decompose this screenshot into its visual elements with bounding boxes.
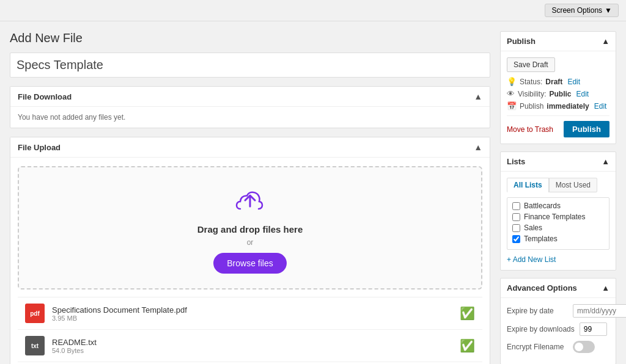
sales-checkbox[interactable] <box>512 224 520 232</box>
file-info: README.txt 54.0 Bytes <box>52 338 452 354</box>
publish-edit-link[interactable]: Edit <box>594 102 607 111</box>
expire-downloads-row: Expire by downloads <box>507 322 609 336</box>
upload-icon <box>31 186 469 219</box>
list-checkboxes: Battlecards Finance Templates Sales Temp… <box>507 197 609 250</box>
browse-files-button[interactable]: Browse files <box>213 253 286 274</box>
pdf-icon: pdf <box>25 304 45 323</box>
battlecards-checkbox[interactable] <box>512 202 520 210</box>
list-item[interactable]: Sales <box>512 224 604 232</box>
file-download-panel: File Download ▲ You have not added any f… <box>10 86 490 128</box>
file-upload-panel: File Upload ▲ Drag and drop files here o… <box>10 137 490 364</box>
tab-most-used[interactable]: Most Used <box>549 178 597 192</box>
publish-panel-toggle-icon[interactable]: ▲ <box>602 37 609 46</box>
no-files-message: You have not added any files yet. <box>18 113 482 122</box>
expire-date-input[interactable] <box>573 304 626 318</box>
list-item[interactable]: Finance Templates <box>512 213 604 221</box>
status-row: 💡 Status: Draft Edit <box>507 77 609 86</box>
publish-meta-list: 💡 Status: Draft Edit 👁 Visibility: Publi… <box>507 77 609 111</box>
eye-icon: 👁 <box>507 89 515 98</box>
file-name: README.txt <box>52 338 452 347</box>
page-wrap: Add New File File Download ▲ You have no… <box>0 21 626 364</box>
encrypt-filename-label: Encrypt Filename <box>507 343 568 351</box>
file-download-body: You have not added any files yet. <box>10 107 490 128</box>
file-name: Specifications Document Template.pdf <box>52 305 452 315</box>
file-size: 3.95 MB <box>52 315 452 322</box>
templates-checkbox[interactable] <box>512 235 520 243</box>
lists-panel-toggle-icon[interactable]: ▲ <box>602 157 609 166</box>
screen-options-button[interactable]: Screen Options ▼ <box>545 4 619 17</box>
expire-date-row: Expire by date <box>507 304 609 318</box>
publish-label: Publish <box>520 102 543 111</box>
calendar-icon: 📅 <box>507 101 517 111</box>
status-edit-link[interactable]: Edit <box>567 78 580 86</box>
sidebar: Publish ▲ Save Draft 💡 Status: Draft Edi… <box>500 31 616 364</box>
file-check-icon: ✅ <box>460 306 475 321</box>
status-label: Status: <box>520 78 542 86</box>
post-title-input[interactable] <box>10 53 490 78</box>
file-upload-header: File Upload ▲ <box>10 137 490 158</box>
dropzone[interactable]: Drag and drop files here or Browse files <box>18 166 482 289</box>
file-download-toggle[interactable]: ▲ <box>474 92 482 101</box>
lists-panel-header: Lists ▲ <box>501 152 616 172</box>
list-item[interactable]: Battlecards <box>512 202 604 210</box>
screen-options-label: Screen Options <box>551 6 602 15</box>
expire-downloads-input[interactable] <box>580 322 607 336</box>
file-list: pdf Specifications Document Template.pdf… <box>18 297 482 364</box>
top-bar: Screen Options ▼ <box>0 0 626 21</box>
lists-panel-body: All Lists Most Used Battlecards Finance … <box>501 172 616 270</box>
publish-panel: Publish ▲ Save Draft 💡 Status: Draft Edi… <box>500 31 616 144</box>
visibility-edit-link[interactable]: Edit <box>576 90 589 98</box>
advanced-options-toggle-icon[interactable]: ▲ <box>602 283 609 293</box>
move-to-trash-link[interactable]: Move to Trash <box>507 125 553 134</box>
publish-button[interactable]: Publish <box>564 121 609 137</box>
file-download-title: File Download <box>18 92 72 101</box>
publish-time-row: 📅 Publish immediately Edit <box>507 101 609 111</box>
txt-icon-label: txt <box>31 343 39 349</box>
sales-label: Sales <box>524 224 542 232</box>
publish-footer: Move to Trash Publish <box>507 115 609 137</box>
visibility-label: Visibility: <box>518 90 546 98</box>
main-column: Add New File File Download ▲ You have no… <box>10 31 490 364</box>
tab-all-lists[interactable]: All Lists <box>507 178 549 192</box>
add-new-list-link[interactable]: + Add New List <box>507 255 556 264</box>
status-value: Draft <box>545 78 562 86</box>
save-draft-button[interactable]: Save Draft <box>507 57 555 72</box>
file-upload-body: Drag and drop files here or Browse files… <box>10 158 490 364</box>
publish-time: immediately <box>547 102 589 111</box>
publish-panel-title: Publish <box>507 37 536 46</box>
pdf-icon-label: pdf <box>30 310 40 317</box>
lists-panel: Lists ▲ All Lists Most Used Battlecards … <box>500 151 616 271</box>
finance-templates-checkbox[interactable] <box>512 213 520 221</box>
finance-templates-label: Finance Templates <box>524 213 586 221</box>
lightbulb-icon: 💡 <box>507 77 517 86</box>
lists-panel-title: Lists <box>507 157 525 166</box>
expire-downloads-label: Expire by downloads <box>507 325 575 333</box>
table-row: pdf Specifications Document Template.pdf… <box>18 297 482 330</box>
chevron-down-icon: ▼ <box>605 6 612 15</box>
advanced-options-header: Advanced Options ▲ <box>501 278 616 298</box>
encrypt-filename-row: Encrypt Filename <box>507 341 609 353</box>
drag-text: Drag and drop files here <box>31 224 469 235</box>
file-check-icon: ✅ <box>460 338 475 353</box>
toggle-slider <box>573 341 595 353</box>
encrypt-toggle[interactable] <box>573 341 595 353</box>
advanced-options-body: Expire by date Expire by downloads Encry… <box>501 298 616 364</box>
publish-panel-header: Publish ▲ <box>501 32 616 51</box>
list-tabs: All Lists Most Used <box>507 178 609 192</box>
table-row: txt README.txt 54.0 Bytes ✅ <box>18 330 482 362</box>
battlecards-label: Battlecards <box>524 202 561 210</box>
page-title: Add New File <box>10 31 490 45</box>
file-size: 54.0 Bytes <box>52 347 452 354</box>
file-upload-toggle[interactable]: ▲ <box>474 142 482 152</box>
file-download-header: File Download ▲ <box>10 87 490 107</box>
or-text: or <box>31 238 469 247</box>
visibility-row: 👁 Visibility: Public Edit <box>507 89 609 98</box>
publish-panel-body: Save Draft 💡 Status: Draft Edit 👁 Visibi… <box>501 51 616 144</box>
txt-icon: txt <box>25 336 45 355</box>
advanced-options-title: Advanced Options <box>507 283 577 293</box>
expire-date-label: Expire by date <box>507 307 568 315</box>
advanced-options-panel: Advanced Options ▲ Expire by date Expire… <box>500 278 616 364</box>
file-info: Specifications Document Template.pdf 3.9… <box>52 305 452 322</box>
list-item[interactable]: Templates <box>512 235 604 243</box>
visibility-value: Public <box>549 90 571 98</box>
